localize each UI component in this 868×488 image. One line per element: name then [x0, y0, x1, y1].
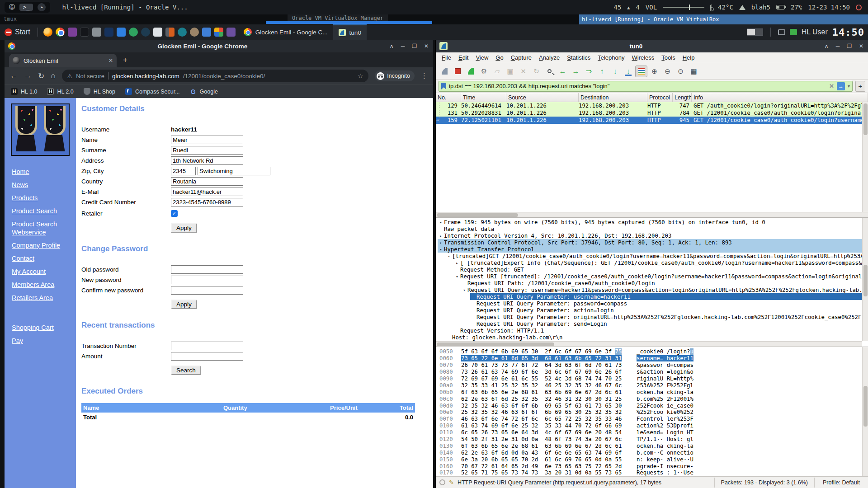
expand-arrow-icon[interactable]: ▸: [454, 261, 460, 265]
bookmark-star-icon[interactable]: ☆: [358, 72, 363, 80]
column-header[interactable]: Length: [673, 93, 692, 102]
detail-line[interactable]: Request URI Query Parameter: username=ha…: [470, 293, 868, 300]
hex-row[interactable]: 0090 72 69 67 69 6e 61 6c 55 52 4c 3d 68…: [436, 375, 868, 382]
detail-line[interactable]: ▸ Frame 159: 945 bytes on wire (7560 bit…: [438, 219, 868, 225]
vm-tray-icon[interactable]: [790, 29, 797, 35]
hex-row[interactable]: 0100 61 63 74 69 6f 6e 25 32 35 33 44 70…: [436, 422, 868, 429]
zoom-in-icon[interactable]: ⊕: [648, 66, 660, 77]
hex-row[interactable]: 0110 6c 65 26 73 65 6e 64 3d 4c 6f 67 69…: [436, 429, 868, 436]
city-field[interactable]: [198, 167, 270, 175]
capture-comment-icon[interactable]: ✎: [449, 479, 454, 486]
expand-arrow-icon[interactable]: ▾: [461, 288, 467, 292]
nav-link[interactable]: Product Search: [12, 207, 57, 215]
bookmark-compass[interactable]: Compass Secur...: [125, 88, 180, 95]
nav-link[interactable]: Members Area: [12, 281, 54, 288]
expand-arrow-icon[interactable]: ▸: [438, 234, 444, 238]
address-field[interactable]: [171, 156, 243, 165]
detail-line[interactable]: ▾ Hypertext Transfer Protocol: [438, 246, 868, 253]
name-field[interactable]: [171, 136, 243, 144]
chrome-icon[interactable]: [56, 28, 65, 37]
detail-line[interactable]: Host: glocken.hacking-lab.com\r\n: [446, 334, 868, 341]
zoom-out-icon[interactable]: ⊖: [661, 66, 674, 77]
column-header[interactable]: Time: [461, 93, 506, 102]
menu-item[interactable]: View: [472, 53, 491, 62]
workspace-switcher[interactable]: [747, 28, 763, 36]
filter-apply-icon[interactable]: →: [837, 82, 845, 90]
last-packet-icon[interactable]: ↓: [609, 66, 621, 77]
column-header[interactable]: Source: [506, 93, 579, 102]
hex-row[interactable]: 0170 52 65 71 75 65 73 74 73 3a 20 31 0d…: [436, 469, 868, 476]
bookmark-google[interactable]: G Google: [190, 88, 218, 95]
filter-dropdown-icon[interactable]: ▾: [848, 84, 850, 89]
notes-icon[interactable]: [153, 28, 162, 37]
capture-start-icon[interactable]: [439, 66, 451, 77]
keepass-icon[interactable]: [141, 28, 150, 37]
old-password-field[interactable]: [171, 265, 243, 274]
capture-stop-icon[interactable]: [452, 66, 464, 77]
nav-link[interactable]: Shopping Cart: [12, 324, 54, 331]
expand-arrow-icon[interactable]: ▸: [438, 240, 444, 245]
goto-packet-icon[interactable]: ⇒: [583, 66, 595, 77]
close-icon[interactable]: ✕: [859, 43, 863, 49]
find-packet-icon[interactable]: [543, 66, 556, 77]
tab-close-icon[interactable]: ✕: [108, 57, 113, 64]
shade-icon[interactable]: ∧: [390, 43, 394, 49]
firefox-icon[interactable]: [43, 28, 52, 37]
column-header[interactable]: Destination: [579, 93, 647, 102]
nav-link[interactable]: Pay: [12, 337, 23, 344]
packet-list-hscrollbar[interactable]: [436, 212, 868, 217]
detail-line[interactable]: ▸ [ [truncated]Expert Info (Chat/Sequenc…: [454, 259, 868, 266]
packet-list-vscrollbar[interactable]: [862, 102, 868, 212]
menu-item[interactable]: File: [439, 53, 454, 62]
taskbar-wireshark-window[interactable]: tun0: [333, 24, 367, 40]
hex-row[interactable]: 0080 73 26 61 63 74 69 6f 6e 3d 6c 6f 67…: [436, 369, 868, 375]
minimize-icon[interactable]: ─: [836, 43, 840, 49]
expert-info-icon[interactable]: [439, 479, 445, 485]
zim-icon[interactable]: [68, 28, 77, 37]
display-filter-field[interactable]: ip.dst == 192.168.200.203 && http.reques…: [439, 81, 853, 92]
hex-row[interactable]: 0140 62 2e 63 6f 6d 0d 0a 43 6f 6e 6e 65…: [436, 449, 868, 456]
detail-line[interactable]: Raw packet data: [438, 225, 868, 232]
green-app-icon[interactable]: [129, 28, 138, 37]
previous-packet-icon[interactable]: ←: [557, 66, 569, 77]
bookmark-hlshop[interactable]: HL Shop: [84, 88, 115, 95]
vbox-manager-title[interactable]: Oracle VM VirtualBox Manager: [288, 14, 388, 21]
vm-window-title[interactable]: hl-livecd [Running] - Oracle VM VirtualB…: [579, 14, 868, 24]
detail-line[interactable]: Request URI Query Parameter: send=Login: [470, 320, 868, 327]
hex-row[interactable]: 00f0 46 63 6f 6e 74 72 6f 6c 6c 65 72 25…: [436, 416, 868, 422]
gimp-icon[interactable]: [190, 28, 199, 37]
detail-line[interactable]: Request URI Path: /12001/cookie_case0/au…: [461, 280, 868, 286]
open-file-icon[interactable]: ▱: [491, 66, 503, 77]
hex-row[interactable]: 00a0 32 35 33 41 25 32 35 32 46 25 32 35…: [436, 382, 868, 389]
detail-line[interactable]: ▸ Internet Protocol Version 4, Src: 10.2…: [438, 232, 868, 239]
zoom-reset-icon[interactable]: ⊜: [675, 66, 687, 77]
details-hscrollbar[interactable]: [436, 341, 862, 347]
save-file-icon[interactable]: ▣: [504, 66, 516, 77]
file-manager-icon[interactable]: [92, 28, 101, 37]
terminal-icon[interactable]: [80, 28, 89, 37]
expand-arrow-icon[interactable]: ▾: [454, 274, 460, 279]
detail-line[interactable]: ▾ [truncated]GET /12001/cookie_case0/aut…: [446, 253, 868, 259]
expand-arrow-icon[interactable]: ▸: [438, 220, 444, 225]
detail-line[interactable]: Request URI Query Parameter: password=co…: [470, 300, 868, 307]
capture-options-icon[interactable]: ⚙: [478, 66, 490, 77]
menu-item[interactable]: Analyze: [536, 53, 563, 62]
packet-row[interactable]: 131 50.292028831 10.201.1.226 192.168.20…: [436, 109, 868, 117]
power-icon[interactable]: [856, 5, 862, 10]
nav-link[interactable]: Contact: [12, 255, 34, 262]
hex-row[interactable]: 0120 54 50 2f 31 2e 31 0d 0a 48 6f 73 74…: [436, 436, 868, 443]
nav-link[interactable]: My Account: [12, 268, 46, 275]
password-apply-button[interactable]: Apply: [171, 300, 197, 309]
menu-item[interactable]: Capture: [508, 53, 535, 62]
colorize-icon[interactable]: [635, 66, 647, 77]
resize-columns-icon[interactable]: ▦: [688, 66, 700, 77]
nav-link[interactable]: Company Profile: [12, 242, 60, 249]
reload-file-icon[interactable]: ↻: [530, 66, 542, 77]
detail-line[interactable]: Request URI Query Parameter: action=logi…: [470, 307, 868, 314]
hex-row[interactable]: 0150 6e 3a 20 6b 65 65 70 2d 61 6c 69 76…: [436, 456, 868, 463]
bookmark-hl20[interactable]: H HL 2.0: [47, 88, 73, 95]
detail-line[interactable]: ▾ Request URI Query: username=hacker11&p…: [461, 286, 868, 293]
country-field[interactable]: [171, 177, 243, 186]
packet-row[interactable]: 129 50.246449614 10.201.1.226 192.168.20…: [436, 102, 868, 109]
retailer-checkbox[interactable]: ✓: [171, 210, 178, 217]
